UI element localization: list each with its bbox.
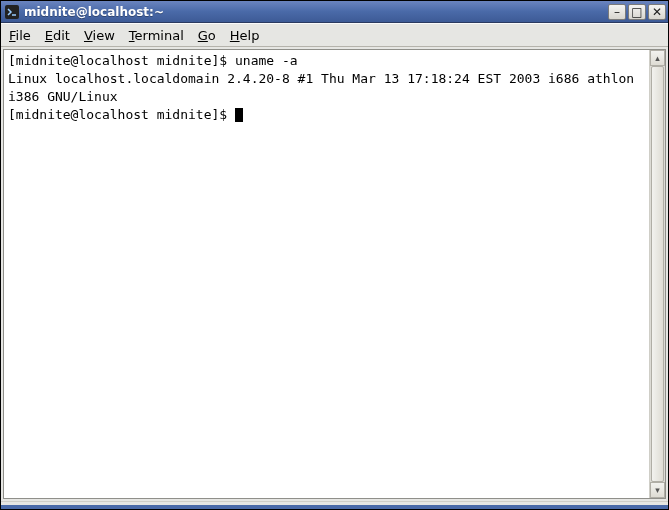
vertical-scrollbar[interactable]: ▴ ▾: [649, 50, 665, 498]
scrollbar-thumb[interactable]: [651, 66, 664, 482]
cursor: [235, 108, 243, 122]
close-button[interactable]: ✕: [648, 4, 666, 20]
terminal-icon: [5, 5, 19, 19]
terminal-app-icon: [4, 4, 20, 20]
titlebar-buttons: – □ ✕: [608, 4, 666, 20]
terminal-window: midnite@localhost:~ – □ ✕ File Edit View…: [0, 0, 669, 510]
menu-help[interactable]: Help: [230, 28, 260, 43]
menu-view[interactable]: View: [84, 28, 115, 43]
menu-terminal[interactable]: Terminal: [129, 28, 184, 43]
prompt-2: [midnite@localhost midnite]$: [8, 107, 235, 122]
content-area: [midnite@localhost midnite]$ uname -a Li…: [1, 47, 668, 501]
minimize-icon: –: [614, 5, 620, 19]
scroll-up-button[interactable]: ▴: [650, 50, 665, 66]
terminal-output[interactable]: [midnite@localhost midnite]$ uname -a Li…: [4, 50, 649, 498]
close-icon: ✕: [652, 5, 662, 19]
scrollbar-track[interactable]: [650, 66, 665, 482]
output-line-1: Linux localhost.localdomain 2.4.20-8 #1 …: [8, 71, 642, 104]
command-1: uname -a: [235, 53, 298, 68]
maximize-icon: □: [631, 5, 642, 19]
chevron-down-icon: ▾: [655, 485, 660, 495]
scroll-down-button[interactable]: ▾: [650, 482, 665, 498]
maximize-button[interactable]: □: [628, 4, 646, 20]
prompt-1: [midnite@localhost midnite]$: [8, 53, 235, 68]
statusbar: [1, 501, 668, 509]
menubar: File Edit View Terminal Go Help: [1, 23, 668, 47]
menu-go[interactable]: Go: [198, 28, 216, 43]
titlebar[interactable]: midnite@localhost:~ – □ ✕: [1, 1, 668, 23]
minimize-button[interactable]: –: [608, 4, 626, 20]
menu-file[interactable]: File: [9, 28, 31, 43]
chevron-up-icon: ▴: [655, 53, 660, 63]
window-title: midnite@localhost:~: [24, 5, 608, 19]
menu-edit[interactable]: Edit: [45, 28, 70, 43]
terminal-frame: [midnite@localhost midnite]$ uname -a Li…: [3, 49, 666, 499]
